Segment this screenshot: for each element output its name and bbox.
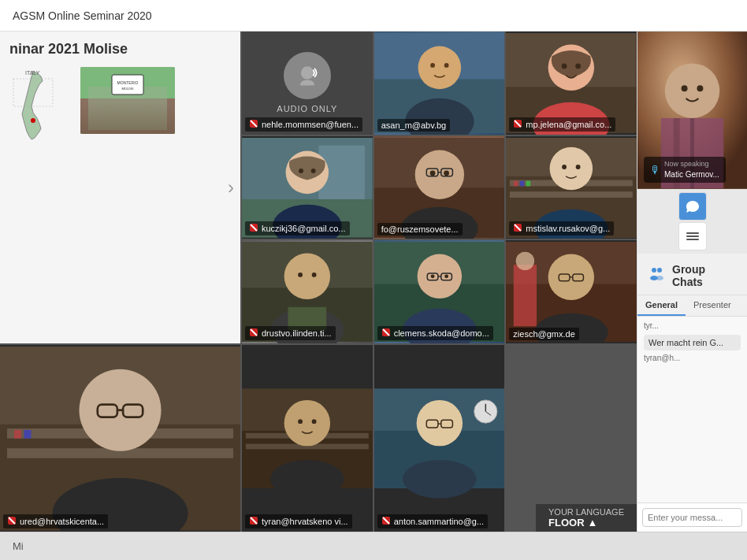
svg-point-136	[657, 268, 662, 273]
svg-point-76	[444, 275, 448, 279]
chevron-right-icon[interactable]: ›	[228, 176, 234, 198]
chat-message-0: Wer macht rein G...	[644, 335, 741, 350]
audio-only-label: AUDIO ONLY	[277, 104, 337, 113]
chat-tabs: General Presenter	[637, 295, 747, 317]
mute-icon-clemens	[381, 328, 391, 339]
svg-point-106	[284, 400, 330, 446]
cell-name-kuczikj: kuczikj36@gmail.co...	[245, 221, 350, 235]
group-chats-icon	[647, 264, 666, 287]
top-bar: AGSM Online Seminar 2020	[0, 0, 747, 32]
svg-rect-93	[14, 430, 21, 439]
slide-content: ninar 2021 Molise ITALY	[0, 32, 240, 343]
cell-name-jelena: mp.jelena@gmail.co...	[509, 117, 615, 132]
mute-icon-anton	[381, 516, 391, 527]
svg-point-131	[697, 85, 703, 91]
tab-presenter[interactable]: Presenter	[686, 295, 739, 316]
svg-point-17	[430, 63, 435, 68]
tab-general[interactable]: General	[637, 295, 686, 316]
chat-input[interactable]	[642, 508, 742, 527]
list-icon-btn[interactable]	[678, 222, 707, 250]
cell-name-asan: asan_m@abv.bg	[377, 119, 451, 132]
svg-text:ITALY: ITALY	[25, 70, 40, 76]
svg-point-38	[414, 150, 463, 198]
svg-point-1	[31, 118, 35, 123]
mute-icon-ured	[7, 516, 17, 527]
chat-messages: tyr... Wer macht rein G... tyran@h...	[637, 317, 747, 503]
svg-point-65	[312, 273, 317, 277]
svg-rect-134	[686, 239, 699, 240]
svg-rect-50	[514, 180, 518, 186]
chat-sender-0: tyr...	[644, 321, 741, 330]
group-chats-section: Group Chats General Presenter tyr... Wer…	[637, 254, 747, 532]
video-cell-asan: asan_m@abv.bg	[374, 32, 505, 135]
svg-point-114	[416, 400, 462, 446]
video-cell-ruszemsov: fo@ruszemsovete...	[374, 136, 505, 239]
person-video-anton	[374, 345, 505, 532]
video-area: ninar 2021 Molise ITALY	[0, 32, 637, 532]
svg-point-75	[430, 275, 434, 279]
slide-title: ninar 2021 Molise	[9, 41, 128, 57]
audio-only-icon	[284, 52, 331, 99]
language-bar[interactable]: YOUR LANGUAGE FLOOR ▲	[536, 504, 637, 532]
cell-name-tyran: tyran@hrvatskeno vi...	[245, 514, 352, 528]
cell-name-ured: ured@hrvatskicenta...	[3, 514, 108, 528]
svg-rect-51	[520, 180, 525, 186]
svg-point-109	[312, 419, 317, 424]
video-cell-audio-only: AUDIO ONLY nehle.mommsen@fuen...	[242, 32, 373, 135]
svg-point-23	[562, 63, 567, 69]
cell-name-anton: anton.sammartino@g...	[377, 514, 489, 528]
video-cell-ured: ured@hrvatskicenta...	[0, 345, 240, 532]
person-video-tyran	[242, 345, 373, 532]
svg-marker-0	[22, 71, 43, 139]
chat-icon-btn[interactable]	[678, 192, 707, 221]
svg-point-129	[665, 63, 720, 118]
mute-icon-kuczikj	[249, 223, 258, 234]
svg-rect-5	[80, 98, 175, 134]
main-content: ninar 2021 Molise ITALY	[0, 32, 747, 532]
cell-name-drustvo: drustvo.ilinden.ti...	[245, 326, 336, 340]
svg-point-10	[301, 67, 314, 80]
mute-icon-jelena	[513, 119, 522, 130]
svg-rect-133	[686, 235, 699, 237]
cell-name-clemens: clemens.skoda@domo...	[377, 326, 493, 340]
person-video-ured	[0, 345, 240, 532]
svg-text:MONTERIO: MONTERIO	[117, 80, 139, 85]
video-cell-jelena: mp.jelena@gmail.co...	[506, 32, 637, 135]
svg-point-135	[652, 268, 656, 273]
svg-point-82	[516, 252, 534, 270]
svg-rect-49	[510, 191, 633, 198]
svg-point-130	[682, 85, 688, 91]
svg-rect-132	[686, 232, 699, 234]
svg-point-64	[298, 273, 303, 277]
svg-point-108	[298, 419, 303, 424]
language-value: FLOOR ▲	[548, 517, 624, 528]
mute-icon-tyran	[249, 516, 258, 527]
speaker-video: 🎙 Now speaking Matic Germov...	[637, 32, 747, 189]
video-cell-clemens: clemens.skoda@domo...	[374, 240, 505, 343]
video-cell-anton: anton.sammartino@g...	[374, 345, 505, 532]
svg-point-18	[444, 63, 448, 68]
svg-point-56	[576, 165, 581, 169]
video-cell-tyran: tyran@hrvatskeno vi...	[242, 345, 373, 532]
video-cell-ziesch: ziesch@gmx.de	[506, 240, 637, 343]
mute-icon-drustvo	[249, 328, 258, 339]
mute-icon-0	[249, 119, 258, 130]
group-chats-header: Group Chats	[637, 254, 747, 295]
video-cell-kuczikj: kuczikj36@gmail.co...	[242, 136, 373, 239]
cell-name-0: nehle.mommsen@fuen...	[245, 117, 362, 132]
speaking-indicator: 🎙 Now speaking Matic Germov...	[644, 157, 726, 183]
svg-point-41	[444, 170, 449, 176]
svg-point-53	[550, 146, 593, 190]
chat-input-area	[637, 503, 747, 532]
svg-rect-52	[526, 180, 531, 186]
slide-cell: ninar 2021 Molise ITALY	[0, 32, 240, 343]
svg-point-138	[656, 276, 663, 280]
language-label: YOUR LANGUAGE	[548, 507, 624, 517]
app-title: AGSM Online Seminar 2020	[13, 9, 152, 22]
svg-point-24	[576, 63, 582, 69]
right-icons	[637, 189, 747, 254]
svg-rect-81	[514, 265, 537, 327]
speaking-text: Now speaking Matic Germov...	[664, 160, 719, 180]
svg-point-15	[418, 46, 461, 90]
language-chevron-icon: ▲	[588, 517, 598, 528]
